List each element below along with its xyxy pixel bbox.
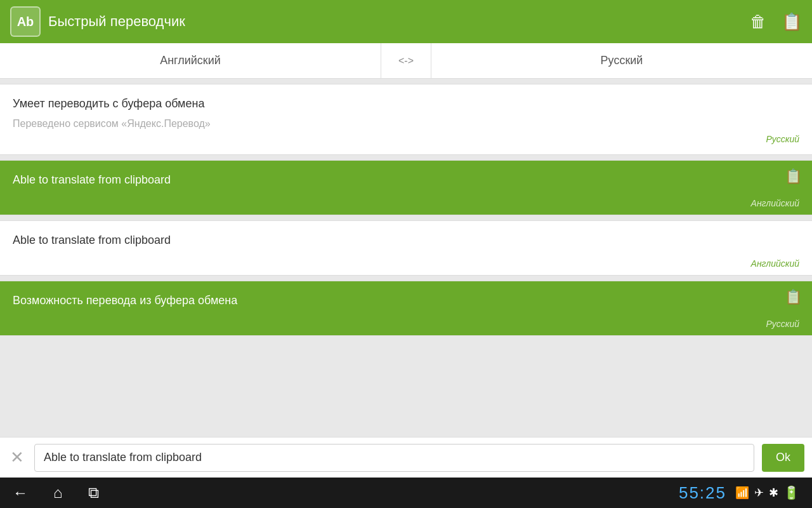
recent-apps-button[interactable]: ⧉ bbox=[88, 484, 99, 502]
app-title: Быстрый переводчик bbox=[48, 13, 185, 30]
status-right: 55:25 📶 ✈ ✱ 🔋 bbox=[679, 483, 799, 503]
card2-content: 📋 Able to translate from clipboard bbox=[0, 161, 812, 196]
card3-text: Able to translate from clipboard bbox=[13, 232, 799, 248]
card4-text: Возможность перевода из буфера обмена bbox=[13, 293, 799, 309]
bluetooth-icon: ✱ bbox=[769, 486, 778, 500]
content-area: Умеет переводить с буфера обмена Перевед… bbox=[0, 79, 812, 437]
status-time: 55:25 bbox=[679, 483, 726, 503]
status-icons: 📶 ✈ ✱ 🔋 bbox=[735, 485, 799, 500]
battery-icon: 🔋 bbox=[783, 485, 799, 500]
card1-lang-label: Русский bbox=[13, 131, 799, 150]
language-bar: Английский <-> Русский bbox=[0, 43, 812, 79]
copy-icon-4[interactable]: 📋 bbox=[785, 289, 802, 305]
ok-button[interactable]: Ok bbox=[762, 444, 804, 472]
translation-card-4: 📋 Возможность перевода из буфера обмена … bbox=[0, 281, 812, 336]
card3-lang-label: Английский bbox=[0, 256, 812, 275]
input-bar: ✕ Ok bbox=[0, 437, 812, 478]
back-button[interactable]: ← bbox=[13, 484, 28, 502]
copy-icon-2[interactable]: 📋 bbox=[785, 168, 802, 185]
translation-card-2: 📋 Able to translate from clipboard Англи… bbox=[0, 160, 812, 215]
app-header: Ab Быстрый переводчик 🗑 📋 bbox=[0, 0, 812, 43]
translation-card-3: Able to translate from clipboard Английс… bbox=[0, 220, 812, 276]
delete-icon[interactable]: 🗑 bbox=[750, 12, 766, 32]
card3-content: Able to translate from clipboard bbox=[0, 221, 812, 256]
clipboard-header-icon[interactable]: 📋 bbox=[782, 12, 802, 32]
translation-card-1: Умеет переводить с буфера обмена Перевед… bbox=[0, 84, 812, 155]
wifi-icon: 📶 bbox=[735, 486, 749, 500]
card1-content: Умеет переводить с буфера обмена Перевед… bbox=[0, 84, 812, 154]
source-language[interactable]: Английский bbox=[0, 43, 381, 78]
input-close-button[interactable]: ✕ bbox=[8, 445, 27, 470]
app-logo: Ab bbox=[10, 6, 41, 37]
home-button[interactable]: ⌂ bbox=[53, 484, 63, 502]
status-bar: ← ⌂ ⧉ 55:25 📶 ✈ ✱ 🔋 bbox=[0, 478, 812, 508]
card2-text: Able to translate from clipboard bbox=[13, 172, 799, 188]
card1-main-text: Умеет переводить с буфера обмена bbox=[13, 96, 799, 112]
search-input[interactable] bbox=[34, 444, 754, 472]
nav-buttons: ← ⌂ ⧉ bbox=[13, 484, 99, 502]
swap-languages-button[interactable]: <-> bbox=[381, 43, 431, 78]
card4-lang-label: Русский bbox=[0, 316, 812, 335]
card4-content: 📋 Возможность перевода из буфера обмена bbox=[0, 281, 812, 316]
header-actions: 🗑 📋 bbox=[750, 12, 802, 32]
card2-lang-label: Английский bbox=[0, 196, 812, 215]
airplane-icon: ✈ bbox=[754, 486, 764, 500]
header-left: Ab Быстрый переводчик bbox=[10, 6, 750, 37]
target-language[interactable]: Русский bbox=[431, 43, 812, 78]
card1-sub-text: Переведено сервисом «Яндекс.Перевод» bbox=[13, 117, 799, 131]
